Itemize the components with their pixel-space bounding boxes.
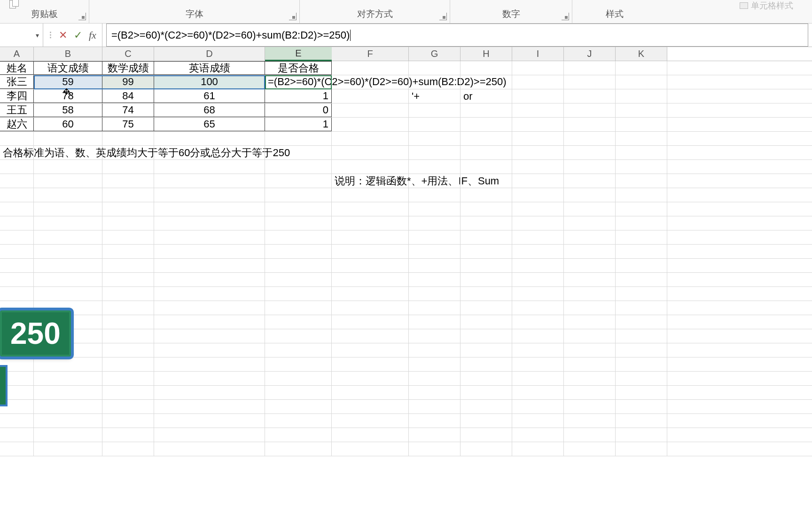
cell[interactable] [102, 273, 154, 286]
cell[interactable] [409, 160, 461, 174]
cell[interactable] [332, 315, 409, 329]
cell[interactable] [564, 273, 616, 286]
cell[interactable] [409, 273, 461, 286]
cell[interactable] [34, 259, 102, 272]
cell-A1[interactable]: 姓名 [0, 61, 34, 75]
cell[interactable] [512, 287, 564, 301]
cell[interactable] [332, 245, 409, 258]
cell[interactable] [564, 343, 616, 357]
dialog-launcher-icon[interactable] [289, 13, 297, 20]
cell[interactable] [564, 414, 616, 428]
cell[interactable] [34, 372, 102, 385]
cell[interactable] [332, 400, 409, 413]
col-header-J[interactable]: J [564, 47, 616, 61]
cell[interactable] [461, 357, 512, 371]
cell[interactable] [564, 372, 616, 385]
cell-B3[interactable]: 78 [34, 89, 102, 103]
cell-J5[interactable] [564, 118, 616, 131]
cell-F2[interactable] [332, 75, 409, 89]
cell[interactable] [0, 428, 34, 442]
cell[interactable] [0, 160, 34, 174]
cell[interactable] [154, 216, 265, 230]
cell-I5[interactable] [512, 118, 564, 131]
col-header-D[interactable]: D [154, 47, 265, 61]
cell[interactable] [616, 386, 667, 399]
cell[interactable] [0, 414, 34, 428]
cell[interactable] [564, 160, 616, 174]
cell[interactable] [154, 160, 265, 174]
cell[interactable] [332, 442, 409, 456]
cell[interactable] [564, 230, 616, 244]
cell[interactable] [616, 315, 667, 329]
cell[interactable] [102, 160, 154, 174]
cell[interactable] [102, 245, 154, 258]
cell[interactable] [409, 245, 461, 258]
cell-D5[interactable]: 65 [154, 118, 265, 131]
cell[interactable] [265, 414, 332, 428]
cell[interactable] [512, 273, 564, 286]
cell[interactable] [461, 132, 512, 145]
cell[interactable] [102, 428, 154, 442]
cell[interactable] [102, 146, 154, 159]
col-header-C[interactable]: C [102, 47, 154, 61]
cell[interactable] [616, 357, 667, 371]
cell[interactable] [512, 245, 564, 258]
cell-D3[interactable]: 61 [154, 89, 265, 103]
cell[interactable] [564, 174, 616, 188]
cell[interactable] [154, 357, 265, 371]
cell[interactable] [0, 245, 34, 258]
cell[interactable] [409, 315, 461, 329]
cell[interactable] [461, 216, 512, 230]
cell-A5[interactable]: 赵六 [0, 118, 34, 131]
col-header-A[interactable]: A [0, 47, 34, 61]
cell-J3[interactable] [564, 89, 616, 103]
cell[interactable] [616, 188, 667, 202]
cell[interactable] [102, 188, 154, 202]
cell[interactable] [409, 357, 461, 371]
cell[interactable] [512, 357, 564, 371]
name-box[interactable]: ▾ [0, 24, 43, 47]
cell-explain[interactable]: 说明：逻辑函数*、+用法、IF、Sum [332, 174, 409, 188]
cell[interactable] [265, 372, 332, 385]
cell[interactable] [564, 245, 616, 258]
cell[interactable] [409, 146, 461, 159]
cell[interactable] [461, 273, 512, 286]
cell-B4[interactable]: 58 [34, 103, 102, 117]
cell[interactable] [409, 188, 461, 202]
cell-B1[interactable]: 语文成绩 [34, 61, 102, 75]
cell[interactable] [332, 188, 409, 202]
cell-C3[interactable]: 84 [102, 89, 154, 103]
cell[interactable] [409, 174, 461, 188]
cell-D4[interactable]: 68 [154, 103, 265, 117]
cell[interactable] [332, 287, 409, 301]
cell[interactable] [0, 230, 34, 244]
cell[interactable] [512, 386, 564, 399]
cell[interactable] [102, 315, 154, 329]
cell-I4[interactable] [512, 103, 564, 117]
cell-J2[interactable] [564, 75, 616, 89]
cell-G2[interactable] [409, 75, 461, 89]
cell[interactable] [409, 216, 461, 230]
cell[interactable] [616, 428, 667, 442]
chevron-down-icon[interactable]: ▾ [36, 32, 39, 39]
cell[interactable] [154, 414, 265, 428]
col-header-H[interactable]: H [461, 47, 512, 61]
cell-C2[interactable]: 99 [102, 75, 154, 89]
cell[interactable] [409, 372, 461, 385]
dialog-launcher-icon[interactable] [439, 13, 447, 20]
cell[interactable] [512, 174, 564, 188]
cell[interactable] [409, 202, 461, 216]
cell[interactable] [461, 146, 512, 159]
cell[interactable] [102, 386, 154, 399]
col-header-E[interactable]: E [265, 47, 332, 61]
cell[interactable] [102, 414, 154, 428]
cell[interactable] [154, 230, 265, 244]
cell[interactable] [34, 132, 102, 145]
cell[interactable] [616, 343, 667, 357]
cell-E1[interactable]: 是否合格 [265, 61, 332, 75]
col-header-G[interactable]: G [409, 47, 461, 61]
cell[interactable] [616, 259, 667, 272]
cell[interactable] [461, 245, 512, 258]
cell[interactable] [512, 414, 564, 428]
cell[interactable] [265, 174, 332, 188]
